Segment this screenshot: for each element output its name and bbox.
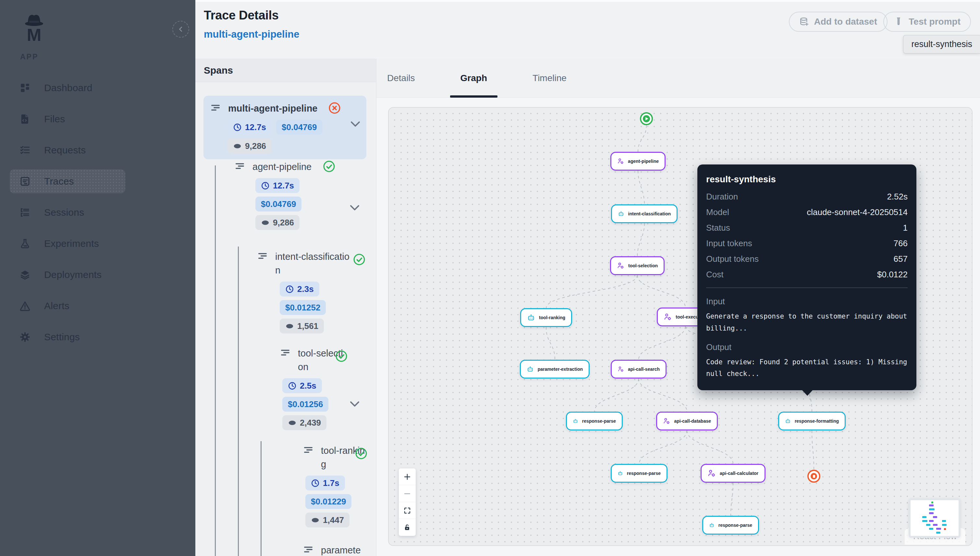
clock-icon — [311, 479, 320, 488]
cost-badge: $0.04769 — [256, 197, 301, 212]
tab-details[interactable]: Details — [387, 59, 415, 98]
graph-node-api-call-calculator[interactable]: api-call-calculator — [700, 464, 765, 483]
graph-node-tool-selection[interactable]: tool-selection — [610, 256, 665, 275]
agent-icon — [617, 157, 624, 165]
node-hover-chip: result-synthesis — [903, 35, 980, 53]
cost-badge: $0.01229 — [306, 494, 351, 509]
test-prompt-label: Test prompt — [909, 16, 961, 27]
duration-badge: 1.7s — [306, 475, 345, 490]
graph-node-label: response-parse — [627, 471, 661, 476]
bot-icon — [618, 469, 623, 477]
tooltip-row: Output tokens 657 — [706, 254, 908, 264]
graph-node-parameter-extraction[interactable]: parameter-extraction — [520, 360, 590, 378]
app-logo: M — [21, 12, 51, 43]
graph-node-agent-pipeline[interactable]: agent-pipeline — [610, 152, 666, 171]
graph-node-label: response-formatting — [795, 419, 839, 423]
tab-graph[interactable]: Graph — [461, 59, 487, 98]
agent-icon — [664, 313, 672, 321]
fit-view-button[interactable] — [399, 502, 416, 519]
graph-node-tool-ranking[interactable]: tool-ranking — [520, 308, 572, 327]
span-name: intent-classification — [275, 250, 354, 277]
tooltip-output-text: Code review: Found 2 potential issues: 1… — [706, 356, 908, 380]
sidebar-item-traces[interactable]: Traces — [10, 169, 125, 193]
tooltip-row: Model claude-sonnet-4-20250514 — [706, 207, 908, 217]
span-row-parameter-extraction[interactable]: parameter-extraction — [303, 543, 366, 556]
test-prompt-button[interactable]: Test prompt — [883, 12, 971, 32]
sidebar-item-deployments[interactable]: Deployments — [10, 263, 125, 287]
chevron-down-icon[interactable] — [350, 121, 361, 128]
graph-controls — [399, 469, 416, 536]
span-row-intent-classification[interactable]: intent-classification 2.3s $0.01252 1,56 — [257, 250, 366, 333]
zoom-out-button[interactable] — [399, 485, 416, 502]
graph-node-response-formatting[interactable]: response-formatting — [778, 412, 846, 430]
add-to-dataset-button[interactable]: Add to dataset — [789, 12, 888, 32]
bot-icon — [573, 417, 578, 425]
start-node[interactable] — [640, 112, 653, 125]
span-tree-icon — [210, 102, 221, 113]
end-node[interactable] — [807, 470, 820, 483]
minimap-node — [936, 528, 941, 530]
minimap-start-node — [931, 501, 933, 503]
sidebar-item-requests[interactable]: Requests — [10, 138, 125, 162]
sidebar-section-label: APP — [20, 53, 38, 61]
sidebar-item-alerts[interactable]: Alerts — [10, 294, 125, 318]
sidebar-item-sessions[interactable]: Sessions — [10, 200, 125, 225]
tab-timeline[interactable]: Timeline — [532, 59, 567, 98]
tree-guide-line — [215, 165, 216, 556]
coin-icon — [233, 142, 242, 150]
sidebar-item-dashboard[interactable]: Dashboard — [10, 76, 125, 100]
sidebar-collapse-button[interactable] — [172, 21, 189, 38]
sidebar-item-experiments[interactable]: Experiments — [10, 232, 125, 255]
graph-node-api-call-search[interactable]: api-call-search — [611, 360, 666, 378]
span-row-multi-agent-pipeline[interactable]: multi-agent-pipeline 12.7s $0.04769 — [204, 96, 366, 159]
lock-toggle-button[interactable] — [399, 519, 416, 536]
chevron-down-icon[interactable] — [349, 205, 360, 211]
unlock-icon — [403, 524, 411, 531]
graph-node-intent-classification[interactable]: intent-classification — [611, 204, 678, 223]
chevron-down-icon[interactable] — [349, 401, 360, 407]
sidebar-item-label: Requests — [44, 145, 86, 156]
sidebar-item-files[interactable]: Files — [10, 107, 125, 131]
graph-minimap[interactable] — [909, 498, 961, 538]
bot-icon — [527, 314, 535, 322]
span-row-agent-pipeline[interactable]: agent-pipeline 12.7s $0.04769 9, — [234, 160, 366, 230]
span-row-tool-selection[interactable]: tool-selection 2.5s $0.01256 2,439 — [280, 346, 366, 430]
trace-name-link[interactable]: multi-agent-pipeline — [204, 29, 299, 40]
graph-canvas[interactable]: agent-pipeline intent-classification too… — [388, 107, 972, 546]
minimap-node — [922, 516, 927, 518]
zoom-in-button[interactable] — [399, 469, 416, 485]
tooltip-title: result-synthesis — [706, 174, 908, 184]
logo-letter: M — [27, 25, 42, 43]
session-list-icon — [19, 207, 31, 218]
span-row-tool-ranking[interactable]: tool-ranking 1.7s $0.01229 1,447 — [303, 444, 366, 527]
coin-icon — [261, 218, 270, 227]
page-header: Trace Details multi-agent-pipeline Add t… — [196, 0, 980, 59]
tokens-badge: 9,286 — [256, 215, 299, 230]
duration-badge: 2.3s — [280, 281, 319, 296]
minimap-end-node — [944, 528, 946, 530]
tokens-badge: 9,286 — [228, 139, 272, 154]
graph-node-response-parse[interactable]: response-parse — [566, 412, 623, 430]
agent-icon — [618, 365, 624, 373]
zoom-out-icon — [403, 490, 411, 498]
sidebar-nav: Dashboard Files Requests — [0, 76, 196, 356]
graph-node-response-parse[interactable]: response-parse — [702, 516, 759, 535]
success-status-icon — [323, 160, 336, 173]
minimap-node — [929, 504, 933, 506]
span-tree-icon — [303, 544, 314, 555]
coin-icon — [285, 322, 294, 331]
graph-node-api-call-database[interactable]: api-call-database — [656, 412, 718, 430]
graph-node-label: api-call-calculator — [720, 471, 758, 476]
spans-panel-title: Spans — [196, 59, 376, 82]
minimap-node — [942, 524, 946, 526]
sidebar-item-settings[interactable]: Settings — [10, 325, 125, 349]
sidebar: M APP Dashboard Files — [0, 0, 196, 556]
tooltip-divider — [706, 288, 908, 288]
error-status-icon — [328, 102, 341, 115]
graph-node-response-parse[interactable]: response-parse — [611, 464, 668, 483]
sidebar-item-label: Sessions — [44, 207, 84, 218]
gear-icon — [19, 331, 31, 343]
detail-tabs: Details Graph Timeline — [377, 59, 980, 98]
zoom-in-icon — [403, 473, 411, 481]
spans-panel: Spans multi-agent-pipeline — [196, 59, 377, 556]
